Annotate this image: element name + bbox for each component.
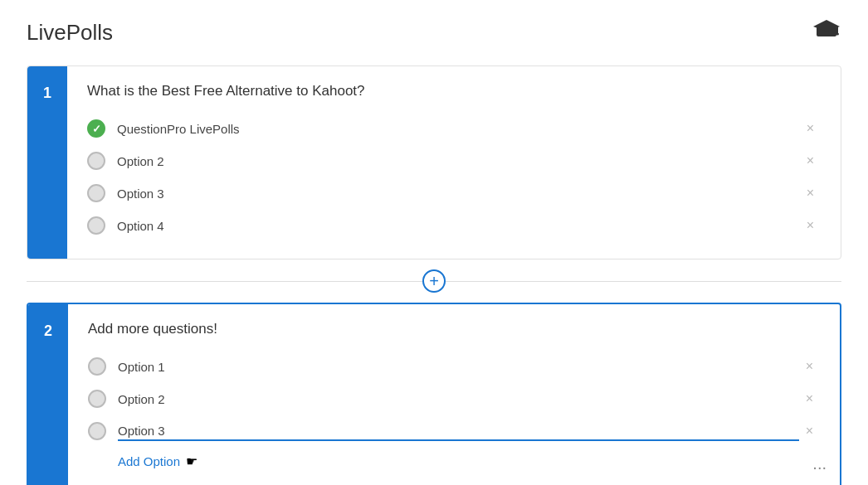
list-item: ×	[88, 415, 820, 448]
option-delete-button[interactable]: ×	[799, 420, 820, 442]
option-text: Option 2	[117, 154, 800, 168]
option-delete-button[interactable]: ×	[800, 150, 821, 172]
add-question-divider-1: +	[27, 263, 841, 299]
option-text: Option 2	[118, 392, 799, 406]
add-option-link[interactable]: Add Option	[88, 448, 180, 472]
svg-rect-2	[836, 27, 838, 33]
graduation-cap-icon	[812, 15, 841, 51]
option-text: QuestionPro LivePolls	[117, 122, 800, 136]
question-number-2: 2	[28, 304, 68, 485]
main-content: 1 What is the Best Free Alternative to K…	[0, 65, 868, 485]
svg-point-3	[836, 33, 839, 36]
option-radio	[87, 184, 105, 202]
app-container: LivePolls 1 What is the Best Free Altern…	[0, 0, 868, 485]
list-item: Option 2 ×	[87, 145, 821, 177]
list-item: Option 3 ×	[87, 177, 821, 210]
option-text: Option 1	[118, 360, 799, 374]
option-input-3[interactable]	[118, 422, 799, 441]
option-delete-button[interactable]: ×	[800, 182, 821, 204]
header: LivePolls	[0, 0, 868, 65]
question-number-1: 1	[27, 66, 67, 259]
option-text: Option 3	[117, 187, 800, 201]
question-body-1: What is the Best Free Alternative to Kah…	[67, 66, 841, 259]
option-text: Option 4	[117, 219, 800, 233]
question-title-1: What is the Best Free Alternative to Kah…	[87, 83, 821, 99]
question-body-2: Add more questions! Option 1 × Option 2 …	[68, 304, 840, 485]
question-card-1: 1 What is the Best Free Alternative to K…	[27, 65, 841, 259]
option-delete-button[interactable]: ×	[799, 356, 820, 377]
option-delete-button[interactable]: ×	[800, 118, 821, 139]
option-radio	[87, 216, 105, 235]
option-radio	[88, 422, 106, 440]
list-item: Option 1 ×	[88, 351, 820, 383]
more-options-button[interactable]: ···	[812, 458, 827, 477]
cursor-icon: ☛	[186, 453, 197, 469]
app-title: LivePolls	[27, 20, 113, 46]
option-radio	[87, 152, 105, 170]
question-title-2: Add more questions!	[88, 321, 820, 337]
option-radio	[88, 357, 106, 376]
add-option-container: Add Option ☛ Add option	[88, 448, 197, 472]
list-item: Option 2 ×	[88, 383, 820, 415]
option-delete-button[interactable]: ×	[800, 215, 821, 236]
options-list-2: Option 1 × Option 2 × ×	[88, 351, 820, 448]
option-radio-correct	[87, 119, 105, 138]
list-item: QuestionPro LivePolls ×	[87, 113, 821, 145]
option-radio	[88, 390, 106, 408]
add-question-button-1[interactable]: +	[422, 269, 446, 293]
options-list-1: QuestionPro LivePolls × Option 2 × Optio…	[87, 113, 821, 242]
question-card-2: 2 Add more questions! Option 1 × Option …	[27, 303, 841, 485]
option-delete-button[interactable]: ×	[799, 388, 820, 410]
list-item: Option 4 ×	[87, 210, 821, 242]
